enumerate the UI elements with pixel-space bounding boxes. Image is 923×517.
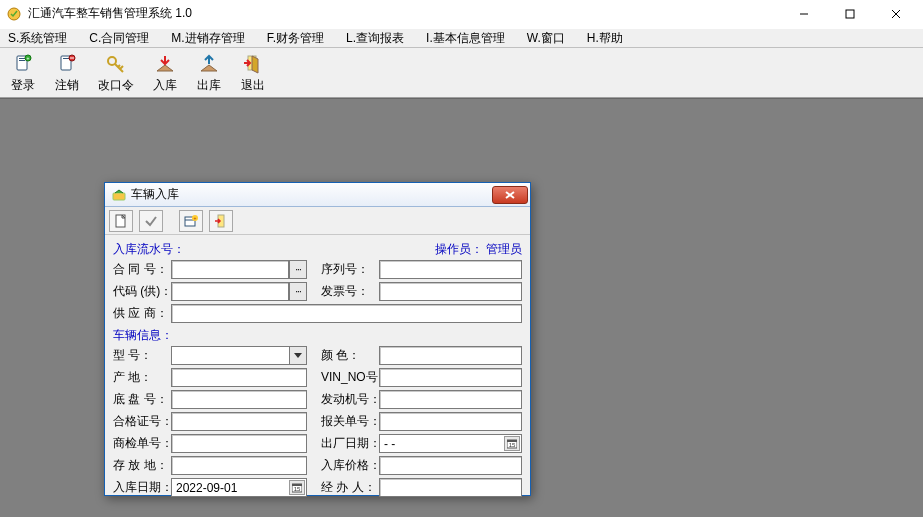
svg-text:+: +	[194, 215, 197, 221]
contract-no-input[interactable]	[171, 260, 289, 279]
toolbar-instock-label: 入库	[153, 77, 177, 94]
toolbar-outstock[interactable]: 出库	[192, 50, 226, 96]
menu-contract[interactable]: C.合同管理	[85, 29, 153, 48]
origin-input[interactable]	[171, 368, 307, 387]
svg-rect-16	[113, 193, 125, 200]
vin-input[interactable]	[379, 368, 522, 387]
serial-no-input[interactable]	[379, 260, 522, 279]
in-date-value: 2022-09-01	[176, 481, 237, 495]
menu-baseinfo[interactable]: I.基本信息管理	[422, 29, 509, 48]
svg-text:+: +	[27, 55, 30, 61]
cert-label: 合格证号：	[113, 413, 171, 430]
toolbar-instock[interactable]: 入库	[148, 50, 182, 96]
new-file-icon	[114, 214, 128, 228]
serial-no-label: 序列号：	[321, 261, 379, 278]
inspect-label: 商检单号：	[113, 435, 171, 452]
dialog-exit-button[interactable]	[209, 210, 233, 232]
dialog-add-record-button[interactable]: +	[179, 210, 203, 232]
handler-label: 经 办 人：	[321, 479, 379, 496]
dialog-titlebar[interactable]: 车辆入库	[105, 183, 530, 207]
toolbar-outstock-label: 出库	[197, 77, 221, 94]
invoice-no-label: 发票号：	[321, 283, 379, 300]
supplier-label: 供 应 商：	[113, 305, 171, 322]
in-date-label: 入库日期：	[113, 479, 171, 496]
maximize-button[interactable]	[827, 0, 873, 28]
toolbar-password[interactable]: 改口令	[94, 50, 138, 96]
handler-input[interactable]	[379, 478, 522, 497]
origin-label: 产 地：	[113, 369, 171, 386]
add-record-icon: +	[184, 214, 198, 228]
supplier-input[interactable]	[171, 304, 522, 323]
menu-window[interactable]: W.窗口	[523, 29, 569, 48]
dialog-confirm-button[interactable]	[139, 210, 163, 232]
out-stock-icon	[197, 52, 221, 76]
model-combo[interactable]	[171, 346, 307, 365]
dialog-title: 车辆入库	[131, 186, 179, 203]
svg-point-14	[108, 57, 116, 65]
in-date-input[interactable]: 2022-09-01 15	[171, 478, 307, 497]
contract-no-browse[interactable]: ···	[289, 260, 307, 279]
vin-label: VIN_NO号：	[321, 369, 379, 386]
cert-input[interactable]	[171, 412, 307, 431]
close-button[interactable]	[873, 0, 919, 28]
section-vehicle-header: 车辆信息：	[113, 327, 522, 344]
check-icon	[144, 214, 158, 228]
supplier-code-label: 代码 (供)：	[113, 283, 171, 300]
customs-input[interactable]	[379, 412, 522, 431]
exit-icon	[241, 52, 265, 76]
vehicle-form: 型 号： 颜 色： 产 地： VIN_NO号： 底 盘 号： 发动机号： 合格	[113, 346, 522, 497]
storage-label: 存 放 地：	[113, 457, 171, 474]
chassis-input[interactable]	[171, 390, 307, 409]
contract-no-label: 合 同 号：	[113, 261, 171, 278]
calendar-icon[interactable]: 15	[504, 436, 520, 451]
model-label: 型 号：	[113, 347, 171, 364]
invoice-no-input[interactable]	[379, 282, 522, 301]
dialog-new-button[interactable]	[109, 210, 133, 232]
calendar-icon[interactable]: 15	[289, 480, 305, 495]
toolbar-logout-label: 注销	[55, 77, 79, 94]
door-exit-icon	[214, 214, 228, 228]
in-price-label: 入库价格：	[321, 457, 379, 474]
svg-rect-11	[63, 58, 69, 59]
login-icon: +	[11, 52, 35, 76]
menu-stock[interactable]: M.进销存管理	[167, 29, 248, 48]
main-titlebar: 汇通汽车整车销售管理系统 1.0	[0, 0, 923, 28]
toolbar-login-label: 登录	[11, 77, 35, 94]
storage-input[interactable]	[171, 456, 307, 475]
svg-rect-7	[19, 60, 25, 61]
dialog-toolbar: +	[105, 207, 530, 235]
supplier-code-input[interactable]	[171, 282, 289, 301]
main-toolbar: + 登录 注销 改口令 入库 出库 退出	[0, 48, 923, 98]
menu-finance[interactable]: F.财务管理	[263, 29, 328, 48]
dialog-body: 入库流水号： 操作员： 管理员 合 同 号： ··· 序列号： 代码 (供)： …	[105, 235, 530, 503]
inspect-input[interactable]	[171, 434, 307, 453]
color-label: 颜 色：	[321, 347, 379, 364]
svg-rect-2	[846, 10, 854, 18]
vehicle-inbound-dialog: 车辆入库 + 入库流水号：	[104, 182, 531, 496]
menu-help[interactable]: H.帮助	[583, 29, 627, 48]
minimize-button[interactable]	[781, 0, 827, 28]
dialog-close-button[interactable]	[492, 186, 528, 204]
toolbar-exit[interactable]: 退出	[236, 50, 270, 96]
out-date-label: 出厂日期：	[321, 435, 379, 452]
out-date-value: - -	[384, 437, 395, 451]
menu-system[interactable]: S.系统管理	[4, 29, 71, 48]
toolbar-password-label: 改口令	[98, 77, 134, 94]
in-price-input[interactable]	[379, 456, 522, 475]
operator-label: 操作员：	[435, 242, 483, 256]
logout-icon	[55, 52, 79, 76]
menubar: S.系统管理 C.合同管理 M.进销存管理 F.财务管理 L.查询报表 I.基本…	[0, 28, 923, 48]
color-input[interactable]	[379, 346, 522, 365]
key-icon	[104, 52, 128, 76]
dialog-icon	[111, 187, 127, 203]
toolbar-logout[interactable]: 注销	[50, 50, 84, 96]
toolbar-login[interactable]: + 登录	[6, 50, 40, 96]
mdi-client-area: 车辆入库 + 入库流水号：	[0, 98, 923, 517]
engine-input[interactable]	[379, 390, 522, 409]
menu-query[interactable]: L.查询报表	[342, 29, 408, 48]
out-date-input[interactable]: - - 15	[379, 434, 522, 453]
svg-text:15: 15	[509, 442, 516, 448]
operator-value: 管理员	[486, 242, 522, 256]
supplier-code-browse[interactable]: ···	[289, 282, 307, 301]
chevron-down-icon	[289, 347, 306, 364]
